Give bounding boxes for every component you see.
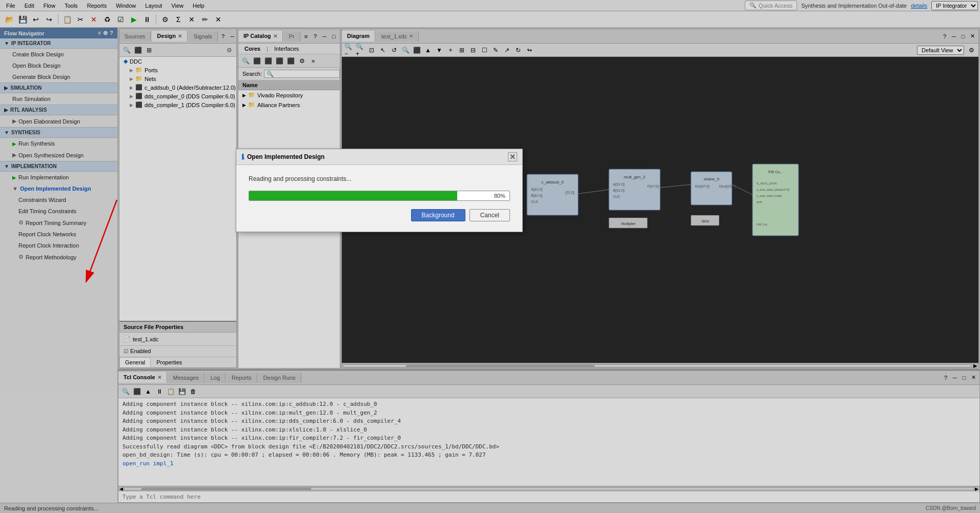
tb-cut-btn[interactable]: ✂	[74, 13, 87, 26]
nav-open-implemented-design[interactable]: ▼ Open Implemented Design	[0, 183, 117, 194]
menu-edit[interactable]: Edit	[21, 2, 38, 10]
dialog-cancel-btn[interactable]: Cancel	[469, 209, 510, 221]
ip-tree-vivado-repo[interactable]: ▶ 📁 Vivado Repository	[238, 90, 340, 100]
diag-zoom-out-btn[interactable]: 🔍−	[344, 45, 354, 55]
tb-pause-btn[interactable]: ⏸	[141, 13, 153, 26]
nav-open-synthesized-design[interactable]: ▶ Open Synthesized Design	[0, 149, 117, 161]
nav-run-simulation[interactable]: Run Simulation	[0, 93, 117, 105]
console-close-icon[interactable]: ✕	[969, 374, 977, 382]
nav-open-elaborated-design[interactable]: ▶ Open Elaborated Design	[0, 115, 117, 127]
menu-flow[interactable]: Flow	[39, 2, 59, 10]
tab-messages[interactable]: Messages	[168, 373, 205, 383]
diag-view-settings-btn[interactable]: ⚙	[966, 45, 976, 55]
diagram-minimize-icon[interactable]: ─	[950, 32, 958, 40]
tb-refresh-btn[interactable]: ♻	[101, 13, 113, 26]
tree-ddc-root[interactable]: ◆ DDC	[119, 57, 236, 66]
nav-report-clock-networks[interactable]: Report Clock Networks	[0, 229, 117, 240]
tree-dds-compiler-1[interactable]: ▶ ⬛ dds_compiler_1 (DDS Compiler:6.0)	[119, 100, 236, 109]
console-filter-btn[interactable]: ⬛	[132, 386, 142, 397]
console-pause-btn[interactable]: ⏸	[154, 386, 165, 397]
diag-select-btn[interactable]: ↖	[378, 45, 388, 55]
diagram-view-select[interactable]: Default View	[917, 46, 964, 55]
ip-catalog-maximize-icon[interactable]: □	[330, 32, 338, 40]
nav-open-block-design[interactable]: Open Block Design	[0, 60, 117, 71]
diag-fit-btn[interactable]: ⊡	[366, 45, 377, 55]
nav-edit-timing-constraints[interactable]: Edit Timing Constraints	[0, 206, 117, 217]
diagram-help-icon[interactable]: ?	[941, 32, 949, 40]
tab-log[interactable]: Log	[206, 373, 226, 383]
quick-access-box[interactable]: 🔍 Quick Access	[745, 1, 797, 10]
design-help-icon[interactable]: ?	[219, 32, 227, 40]
diag-more-btn7[interactable]: ↬	[524, 45, 535, 55]
tab-xdc[interactable]: test_1.xdc ✕	[376, 31, 419, 42]
tb-check-btn[interactable]: ☑	[114, 13, 127, 26]
tab-ip-catalog[interactable]: IP Catalog ✕	[238, 31, 283, 42]
console-up-btn[interactable]: ▲	[143, 386, 153, 397]
scroll-left-icon[interactable]: ◀	[119, 486, 123, 491]
design-settings-btn[interactable]: ⚙	[224, 45, 234, 55]
dialog-close-btn[interactable]: ✕	[508, 152, 517, 161]
tree-c-addsub[interactable]: ▶ ⬛ c_addsub_0 (Adder/Subtracter:12.0)	[119, 83, 236, 92]
flow-nav-icon-1[interactable]: ≡	[98, 30, 101, 36]
ip-catalog-close[interactable]: ✕	[273, 33, 277, 39]
diag-add-btn[interactable]: +	[445, 45, 456, 55]
console-float-icon[interactable]: □	[960, 374, 968, 382]
design-minimize-icon[interactable]: ─	[228, 32, 236, 40]
tb-undo-btn[interactable]: ↩	[30, 13, 42, 26]
ci-tab-interfaces[interactable]: Interfaces	[268, 44, 305, 54]
tb-settings-btn[interactable]: ⚙	[159, 13, 171, 26]
design-search-btn[interactable]: 🔍	[121, 45, 132, 55]
tb-close-btn[interactable]: ✕	[186, 13, 198, 26]
tab-design-close[interactable]: ✕	[178, 33, 182, 39]
scroll-right-icon[interactable]: ▶	[975, 486, 978, 491]
ip-search-input[interactable]	[264, 70, 340, 78]
tb-run-btn[interactable]: ▶	[128, 13, 140, 26]
ip-filter-btn[interactable]: ⬛	[252, 56, 262, 66]
diag-more-btn4[interactable]: ✎	[491, 45, 501, 55]
diag-down-btn[interactable]: ▼	[434, 45, 444, 55]
diag-more-btn2[interactable]: ⊟	[468, 45, 478, 55]
diag-more-btn5[interactable]: ↗	[502, 45, 512, 55]
src-tab-general[interactable]: General	[119, 357, 151, 367]
menu-view[interactable]: View	[167, 2, 188, 10]
details-link[interactable]: details	[911, 3, 927, 9]
diagram-expand-icon[interactable]: ▶	[973, 363, 977, 368]
nav-section-ip-integrator-header[interactable]: ▼ IP INTEGRATOR	[0, 38, 117, 49]
diagram-close-icon[interactable]: ✕	[968, 32, 976, 40]
tb-open-btn[interactable]: 📂	[3, 13, 15, 26]
diag-more-btn3[interactable]: ☐	[479, 45, 489, 55]
ip-filter3-btn[interactable]: ⬛	[274, 56, 284, 66]
console-minimize-icon[interactable]: ─	[951, 374, 959, 382]
console-help-icon[interactable]: ?	[942, 374, 950, 382]
tab-signals[interactable]: Signals	[189, 31, 218, 42]
diagram-hscrollbar[interactable]: ▶	[342, 363, 978, 368]
tree-nets[interactable]: ▶ 📁 Nets	[119, 74, 236, 83]
ip-integrator-select[interactable]: IP Integrator	[931, 1, 978, 10]
diag-search-btn[interactable]: 🔍	[400, 45, 411, 55]
tab-design-runs[interactable]: Design Runs	[258, 373, 301, 383]
tab-reports[interactable]: Reports	[227, 373, 257, 383]
diag-refresh-btn[interactable]: ↺	[389, 45, 399, 55]
menu-tools[interactable]: Tools	[60, 2, 82, 10]
src-tab-properties[interactable]: Properties	[151, 357, 188, 367]
tab-xdc-close[interactable]: ✕	[409, 33, 413, 39]
tree-ports[interactable]: ▶ 📁 Ports	[119, 66, 236, 74]
ci-tab-cores[interactable]: Cores	[238, 44, 267, 54]
design-expand-btn[interactable]: ⊞	[144, 45, 154, 55]
ip-filter4-btn[interactable]: ⬛	[285, 56, 296, 66]
diag-more-btn1[interactable]: ⊞	[457, 45, 467, 55]
diag-zoom-in-btn[interactable]: 🔍+	[355, 45, 365, 55]
nav-generate-block-design[interactable]: Generate Block Design	[0, 71, 117, 83]
nav-section-implementation-header[interactable]: ▼ IMPLEMENTATION	[0, 161, 117, 172]
ip-settings-btn[interactable]: ⚙	[297, 56, 307, 66]
console-copy-btn[interactable]: 📋	[166, 386, 176, 397]
diag-up-btn[interactable]: ▲	[423, 45, 433, 55]
menu-file[interactable]: File	[2, 2, 19, 10]
nav-report-timing-summary[interactable]: ⚙ Report Timing Summary	[0, 217, 117, 229]
menu-window[interactable]: Window	[112, 2, 140, 10]
ip-search-btn[interactable]: 🔍	[240, 56, 251, 66]
flow-nav-icon-2[interactable]: ⊕	[103, 30, 108, 36]
dialog-background-btn[interactable]: Background	[411, 209, 465, 221]
ip-catalog-list-icon[interactable]: ≡	[302, 32, 310, 40]
nav-section-synthesis-header[interactable]: ▼ SYNTHESIS	[0, 128, 117, 138]
